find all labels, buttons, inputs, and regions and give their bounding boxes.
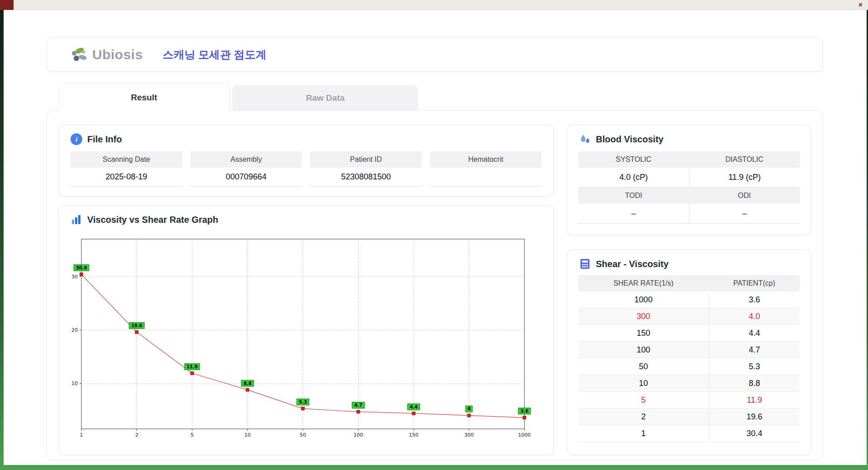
bv-header-diastolic: DIASTOLIC [689, 151, 800, 168]
shear-viscosity-card: Shear - Viscosity SHEAR RATE(1/s) PATIEN… [567, 249, 811, 455]
patient-viscosity-cell: 30.4 [709, 425, 800, 442]
svg-text:2: 2 [135, 432, 138, 438]
svg-text:20: 20 [71, 327, 78, 333]
patient-viscosity-cell: 4.4 [709, 325, 800, 342]
calculator-icon [579, 258, 591, 270]
patient-viscosity-cell: 3.6 [709, 291, 800, 308]
svg-text:5.3: 5.3 [299, 400, 307, 404]
bv-value-todi: – [578, 204, 689, 224]
svg-text:100: 100 [354, 432, 363, 438]
field-assembly: Assembly 000709664 [190, 151, 302, 187]
patient-viscosity-cell: 4.7 [709, 342, 800, 358]
graph-title: Viscosity vs Shear Rate Graph [87, 215, 218, 225]
shear-rate-cell: 5 [578, 392, 709, 409]
bv-value-odi: – [689, 204, 800, 224]
file-info-fields: Scanning Date 2025-08-19 Assembly 000709… [71, 151, 542, 187]
field-label-hematocrit: Hematocrit [430, 151, 542, 168]
graph-card: Viscosity vs Shear Rate Graph 1020301251… [58, 205, 554, 455]
field-hematocrit: Hematocrit [430, 151, 542, 187]
field-label-patient-id: Patient ID [310, 151, 422, 168]
field-patient-id: Patient ID 52308081500 [310, 151, 422, 187]
patient-viscosity-cell: 19.6 [709, 409, 800, 425]
svg-text:150: 150 [409, 432, 419, 438]
info-icon: i [71, 133, 82, 145]
shear-table-row: 108.8 [578, 375, 800, 392]
shear-table-row: 1504.4 [578, 325, 800, 342]
shear-rate-cell: 1000 [578, 291, 709, 308]
svg-text:8.8: 8.8 [244, 381, 252, 386]
shear-rate-cell: 100 [578, 342, 709, 358]
shear-viscosity-title: Shear - Viscosity [596, 259, 669, 269]
field-value-scanning-date: 2025-08-19 [71, 168, 182, 187]
content-panel: i File Info Scanning Date 2025-08-19 Ass… [47, 110, 823, 461]
window-titlebar: × [0, 0, 868, 10]
shear-rate-cell: 1 [578, 425, 709, 442]
desktop-background: × Ubiosis 스캐닝 모세관 점도계 Result Raw Data [0, 0, 868, 470]
sv-col-shear-rate: SHEAR RATE(1/s) [578, 275, 709, 291]
bar-chart-icon [71, 214, 82, 226]
shear-table-row: 1004.7 [578, 342, 800, 358]
logo-leaf-icon [70, 46, 89, 64]
shear-table-row: 10003.6 [578, 291, 800, 308]
svg-text:300: 300 [464, 432, 474, 438]
shear-table-row: 130.4 [578, 425, 800, 442]
logo-text: Ubiosis [92, 47, 143, 62]
file-info-title: File Info [87, 134, 122, 145]
tab-raw-data[interactable]: Raw Data [232, 85, 418, 111]
shear-rate-cell: 150 [578, 325, 709, 342]
field-value-hematocrit [430, 168, 542, 187]
svg-text:30.4: 30.4 [76, 265, 87, 270]
page-title: 스캐닝 모세관 점도계 [163, 47, 266, 62]
shear-table-body: 10003.63004.01504.41004.7505.3108.8511.9… [578, 291, 800, 442]
header-card: Ubiosis 스캐닝 모세관 점도계 [47, 37, 823, 72]
shear-rate-cell: 50 [578, 358, 709, 375]
shear-rate-cell: 10 [578, 375, 709, 392]
bv-header-todi: TODI [578, 188, 689, 204]
shear-table-row: 219.6 [578, 409, 800, 425]
titlebar-accent [0, 0, 14, 10]
patient-viscosity-cell: 4.0 [709, 308, 800, 325]
shear-table-row: 505.3 [578, 358, 800, 375]
bv-header-odi: ODI [689, 188, 800, 204]
shear-table-row: 3004.0 [578, 308, 800, 325]
shear-table-row: 511.9 [578, 392, 800, 409]
blood-viscosity-card: Blood Viscosity SYSTOLIC DIASTOLIC 4.0 (… [567, 125, 811, 235]
patient-viscosity-cell: 5.3 [709, 358, 800, 375]
shear-viscosity-table: SHEAR RATE(1/s) PATIENT(cp) 10003.63004.… [578, 275, 800, 442]
field-value-assembly: 000709664 [190, 168, 302, 187]
svg-text:4.7: 4.7 [354, 403, 363, 408]
svg-text:1000: 1000 [518, 432, 531, 438]
svg-text:4.4: 4.4 [410, 404, 418, 409]
svg-text:5: 5 [191, 432, 194, 438]
bv-value-systolic: 4.0 (cP) [578, 168, 689, 188]
shear-rate-cell: 300 [578, 308, 709, 325]
droplet-icon [579, 133, 591, 145]
app-logo: Ubiosis [70, 46, 143, 64]
tab-result[interactable]: Result [58, 83, 230, 111]
svg-text:1: 1 [80, 432, 83, 438]
svg-text:3.6: 3.6 [520, 409, 528, 414]
field-label-scanning-date: Scanning Date [71, 151, 182, 168]
svg-text:10: 10 [245, 432, 251, 438]
patient-viscosity-cell: 8.8 [709, 375, 800, 392]
bv-header-systolic: SYSTOLIC [578, 151, 689, 168]
svg-text:30: 30 [71, 274, 78, 280]
field-scanning-date: Scanning Date 2025-08-19 [71, 151, 182, 187]
svg-text:50: 50 [300, 432, 306, 438]
shear-rate-cell: 2 [578, 409, 709, 425]
svg-text:4: 4 [467, 406, 471, 411]
svg-text:11.9: 11.9 [187, 364, 198, 369]
app-window: Ubiosis 스캐닝 모세관 점도계 Result Raw Data i Fi… [4, 10, 867, 465]
blood-viscosity-grid: SYSTOLIC DIASTOLIC 4.0 (cP) 11.9 (cP) TO… [578, 151, 800, 224]
field-label-assembly: Assembly [190, 151, 302, 168]
patient-viscosity-cell: 11.9 [709, 392, 800, 409]
viscosity-chart: 1020301251050100150300100030.419.611.98.… [66, 236, 553, 442]
field-value-patient-id: 52308081500 [310, 168, 422, 187]
svg-text:10: 10 [71, 381, 78, 386]
close-button[interactable]: × [859, 0, 863, 10]
bv-value-diastolic: 11.9 (cP) [689, 168, 800, 188]
file-info-card: i File Info Scanning Date 2025-08-19 Ass… [58, 125, 554, 197]
svg-text:19.6: 19.6 [131, 323, 142, 328]
sv-col-patient: PATIENT(cp) [709, 275, 800, 291]
blood-viscosity-title: Blood Viscosity [596, 134, 664, 145]
